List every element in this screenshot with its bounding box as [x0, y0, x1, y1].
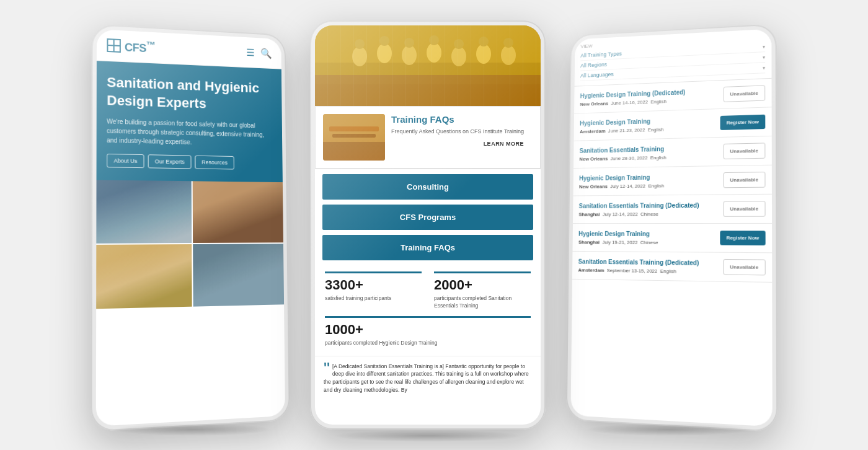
svg-point-13	[479, 37, 489, 46]
d2-separator	[315, 169, 541, 169]
training-meta-6: Amsterdam September 13-15, 2022 English	[578, 267, 722, 275]
d2-faqs-content: Training FAQs Frequently Asked Questions…	[391, 114, 524, 161]
filter-1-value: All Training Types	[580, 51, 622, 59]
device-2-wrapper: Training FAQs Frequently Asked Questions…	[310, 20, 546, 430]
d2-faqs-image	[323, 114, 385, 161]
training-info-0: Hygienic Design Training (Dedicated) New…	[580, 87, 723, 107]
d2-stats: 3300+ satisfied training participants 20…	[315, 263, 541, 356]
training-list-item: Sanitation Essentials Training New Orlea…	[574, 136, 772, 169]
svg-point-4	[377, 43, 392, 63]
training-list-item: Hygienic Design Training Shanghai July 1…	[572, 224, 772, 253]
d2-faqs-card: Training FAQs Frequently Asked Questions…	[315, 106, 541, 169]
d1-photo-3	[96, 244, 192, 309]
stat-1: 3300+ satisfied training participants	[325, 271, 422, 310]
svg-rect-21	[332, 134, 376, 138]
training-action-btn-2[interactable]: Unavailable	[723, 143, 765, 159]
hamburger-icon[interactable]: ☰	[246, 46, 254, 58]
training-action-btn-4[interactable]: Unavailable	[723, 201, 766, 217]
svg-point-10	[451, 46, 466, 66]
consulting-button[interactable]: Consulting	[322, 174, 533, 200]
about-us-button[interactable]: About Us	[107, 154, 144, 168]
training-action-btn-3[interactable]: Unavailable	[723, 172, 765, 188]
training-list-item: Hygienic Design Training New Orleans Jul…	[574, 165, 772, 196]
training-info-3: Hygienic Design Training New Orleans Jul…	[579, 172, 723, 190]
cfs-logo: CFS™	[107, 37, 155, 56]
filter-2-arrow-icon: ▾	[763, 55, 765, 60]
d1-photo-4	[193, 244, 284, 306]
d3-filters: VIEW All Training Types ▾ All Regions ▾ …	[575, 29, 772, 87]
d1-photos	[96, 180, 284, 311]
training-title-2: Sanitation Essentials Training	[580, 144, 724, 155]
training-list-item: Sanitation Essentials Training (Dedicate…	[573, 195, 772, 224]
device-1-wrapper: CFS™ ☰ 🔍 Sanitation and Hygienic Design …	[93, 27, 291, 423]
svg-point-6	[402, 45, 417, 65]
svg-rect-0	[315, 25, 541, 106]
svg-point-9	[429, 35, 439, 45]
training-title-5: Hygienic Design Training	[578, 230, 720, 239]
training-meta-4: Shanghai July 12-14, 2022 Chinese	[578, 211, 723, 218]
svg-rect-18	[323, 114, 385, 161]
svg-point-12	[476, 44, 491, 64]
training-action-btn-0[interactable]: Unavailable	[723, 85, 765, 102]
training-action-btn-5[interactable]: Register Now	[720, 231, 765, 245]
filter-3-arrow-icon: ▾	[763, 65, 765, 71]
svg-rect-19	[323, 142, 385, 161]
d2-quote: " [A Dedicated Sanitation Essentials Tra…	[315, 356, 541, 400]
svg-point-11	[454, 39, 464, 49]
filter-1-arrow-icon: ▾	[763, 44, 765, 50]
training-info-6: Sanitation Essentials Training (Dedicate…	[578, 258, 722, 275]
svg-point-3	[355, 39, 365, 49]
training-meta-3: New Orleans July 12-14, 2022 English	[579, 182, 723, 189]
svg-point-15	[503, 38, 513, 48]
stat-3: 1000+ participants completed Hygienic De…	[325, 316, 531, 347]
stat-1-label: satisfied training participants	[325, 295, 422, 302]
device-3-wrapper: VIEW All Training Types ▾ All Regions ▾ …	[564, 27, 775, 423]
svg-rect-16	[315, 75, 541, 84]
d1-nav-icons: ☰ 🔍	[246, 46, 272, 59]
device-2: Training FAQs Frequently Asked Questions…	[310, 20, 546, 430]
faqs-desc: Frequently Asked Questions on CFS Instit…	[391, 128, 524, 136]
training-info-1: Hygienic Design Training Amsterdam June …	[580, 115, 720, 135]
training-meta-5: Shanghai July 19-21, 2022 Chinese	[578, 239, 720, 245]
d1-hero: Sanitation and Hygienic Design Experts W…	[97, 61, 283, 182]
d1-buttons: About Us Our Experts Resources	[107, 154, 273, 170]
training-faqs-button[interactable]: Training FAQs	[322, 235, 533, 260]
training-title-3: Hygienic Design Training	[579, 172, 723, 182]
quote-mark-icon: "	[324, 360, 330, 377]
hero-title: Sanitation and Hygienic Design Experts	[107, 74, 272, 115]
device-3: VIEW All Training Types ▾ All Regions ▾ …	[566, 24, 778, 432]
cfs-logo-text: CFS™	[125, 38, 155, 55]
scene: CFS™ ☰ 🔍 Sanitation and Hygienic Design …	[16, 8, 852, 442]
training-title-4: Sanitation Essentials Training (Dedicate…	[579, 201, 723, 210]
training-title-6: Sanitation Essentials Training (Dedicate…	[578, 258, 723, 267]
search-icon[interactable]: 🔍	[260, 47, 272, 59]
filter-2-value: All Regions	[580, 61, 607, 69]
svg-point-7	[404, 38, 414, 48]
svg-rect-17	[315, 84, 541, 106]
device-1: CFS™ ☰ 🔍 Sanitation and Hygienic Design …	[91, 24, 290, 432]
training-meta-2: New Orleans June 28-30, 2022 English	[579, 154, 723, 162]
svg-point-8	[427, 43, 441, 63]
d1-photo-2	[193, 181, 283, 243]
training-action-btn-6[interactable]: Unavailable	[723, 259, 766, 275]
learn-more-link[interactable]: LEARN MORE	[391, 141, 524, 147]
cfs-programs-button[interactable]: CFS Programs	[322, 205, 533, 230]
svg-point-2	[352, 46, 367, 66]
training-info-4: Sanitation Essentials Training (Dedicate…	[578, 201, 723, 218]
d1-photo-1	[96, 180, 192, 244]
stat-3-number: 1000+	[325, 316, 531, 338]
training-list-item: Hygienic Design Training Amsterdam June …	[574, 107, 772, 141]
stat-2-label: participants completed Sanitation Essent…	[434, 295, 531, 310]
training-list-item: Sanitation Essentials Training (Dedicate…	[572, 252, 772, 283]
training-info-5: Hygienic Design Training Shanghai July 1…	[578, 230, 720, 246]
resources-button[interactable]: Resources	[195, 156, 234, 170]
stat-2-number: 2000+	[434, 271, 531, 293]
training-info-2: Sanitation Essentials Training New Orlea…	[579, 144, 723, 162]
cfs-grid-icon	[107, 38, 120, 53]
our-experts-button[interactable]: Our Experts	[148, 154, 192, 169]
svg-point-5	[379, 36, 389, 46]
stat-3-label: participants completed Hygienic Design T…	[325, 340, 531, 347]
d2-training-image	[315, 25, 541, 106]
training-action-btn-1[interactable]: Register Now	[720, 115, 765, 130]
stat-2: 2000+ participants completed Sanitation …	[434, 271, 531, 310]
